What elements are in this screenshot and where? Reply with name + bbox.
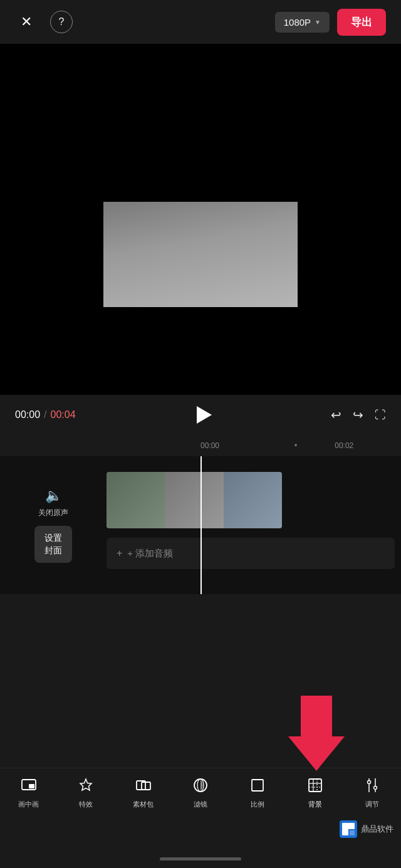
- redo-button[interactable]: ↪: [353, 407, 363, 422]
- tool-picture-in-picture[interactable]: 画中画: [0, 777, 57, 809]
- video-clip[interactable]: [107, 472, 282, 528]
- svg-marker-2: [80, 779, 91, 790]
- video-content: [103, 94, 298, 345]
- svg-rect-1: [29, 784, 34, 788]
- picture-in-picture-icon: [21, 777, 37, 796]
- svg-rect-20: [348, 823, 355, 829]
- video-bottom-black: [103, 307, 298, 345]
- tool-label-picture-in-picture: 画中画: [18, 800, 39, 809]
- timeline-tracks: 🔈 关闭原声 设置 封面 + + + 添加音频: [0, 456, 401, 594]
- fullscreen-button[interactable]: ⛶: [375, 409, 386, 422]
- watermark-text: 鼎品软件: [361, 824, 393, 835]
- tool-label-effects: 特效: [79, 800, 93, 809]
- clip-thumb-3: [224, 472, 282, 528]
- watermark: 鼎品软件: [340, 820, 393, 838]
- tool-ratio[interactable]: 比例: [229, 777, 286, 809]
- add-audio-label: + 添加音频: [127, 548, 173, 560]
- tool-adjust[interactable]: 调节: [344, 777, 401, 809]
- time-current: 00:00: [15, 409, 40, 421]
- tool-materials[interactable]: 素材包: [115, 777, 172, 809]
- cover-button[interactable]: 设置 封面: [34, 526, 72, 563]
- mute-button[interactable]: 🔈 关闭原声: [38, 488, 68, 518]
- ruler-mark-2: 00:02: [335, 441, 353, 450]
- mute-icon: 🔈: [45, 488, 62, 504]
- clip-thumb-1: [107, 472, 165, 528]
- ruler-dot-1: •: [294, 441, 297, 450]
- resolution-label: 1080P: [284, 17, 311, 28]
- cover-line1: 设置: [44, 532, 62, 545]
- watermark-logo: [340, 820, 357, 838]
- close-button[interactable]: ✕: [15, 11, 38, 33]
- materials-icon: [135, 777, 152, 796]
- svg-rect-7: [252, 780, 263, 791]
- adjust-icon: [364, 777, 380, 796]
- mute-label: 关闭原声: [38, 508, 68, 518]
- time-display: 00:00 / 00:04: [15, 409, 76, 421]
- tool-effects[interactable]: 特效: [57, 777, 114, 809]
- ratio-icon: [249, 777, 266, 796]
- tool-label-ratio: 比例: [251, 800, 264, 809]
- undo-button[interactable]: ↩: [331, 407, 341, 422]
- tool-label-background: 背景: [308, 800, 322, 809]
- top-bar-left: ✕ ?: [15, 11, 73, 33]
- cover-line2: 封面: [44, 545, 62, 557]
- play-triangle-icon: [197, 406, 212, 424]
- svg-rect-19: [342, 823, 348, 829]
- timeline-ruler: 00:00 • 00:02 •: [0, 435, 401, 456]
- svg-rect-21: [342, 829, 348, 835]
- resolution-button[interactable]: 1080P ▼: [275, 12, 330, 33]
- effects-icon: [78, 777, 94, 796]
- controls-bar: 00:00 / 00:04 ↩ ↪ ⛶: [0, 395, 401, 435]
- home-indicator: [160, 857, 241, 860]
- svg-rect-8: [309, 779, 321, 792]
- ruler-mark-0: 00:00: [200, 441, 219, 450]
- filter-icon: [192, 777, 209, 796]
- controls-center: [190, 402, 216, 427]
- video-frame: [103, 202, 298, 307]
- time-separator: /: [44, 409, 46, 421]
- video-preview: [0, 44, 401, 395]
- video-right-scene: [181, 202, 298, 307]
- tool-background[interactable]: 背景: [286, 777, 343, 809]
- clip-thumb-2: [165, 472, 223, 528]
- tool-label-adjust: 调节: [365, 800, 379, 809]
- left-track-controls: 🔈 关闭原声 设置 封面: [0, 456, 107, 594]
- audio-track[interactable]: + + 添加音频: [107, 538, 395, 569]
- controls-right: ↩ ↪ ⛶: [331, 407, 386, 422]
- tool-label-filter: 滤镜: [194, 800, 207, 809]
- tool-filter[interactable]: 滤镜: [172, 777, 229, 809]
- help-button[interactable]: ?: [50, 11, 73, 33]
- play-button[interactable]: [190, 402, 216, 427]
- time-total: 00:04: [51, 409, 76, 421]
- playhead-line: [200, 456, 202, 594]
- top-bar: ✕ ? 1080P ▼ 导出: [0, 0, 401, 44]
- export-button[interactable]: 导出: [337, 9, 386, 36]
- arrow-annotation: [282, 689, 351, 777]
- tool-label-materials: 素材包: [133, 800, 154, 809]
- add-audio-icon: +: [117, 548, 122, 559]
- video-top-black: [103, 94, 298, 202]
- svg-point-13: [368, 781, 371, 784]
- resolution-arrow-icon: ▼: [315, 19, 321, 26]
- background-icon: [307, 777, 323, 796]
- video-track: +: [107, 469, 401, 531]
- svg-point-16: [374, 787, 377, 790]
- svg-rect-4: [142, 782, 150, 790]
